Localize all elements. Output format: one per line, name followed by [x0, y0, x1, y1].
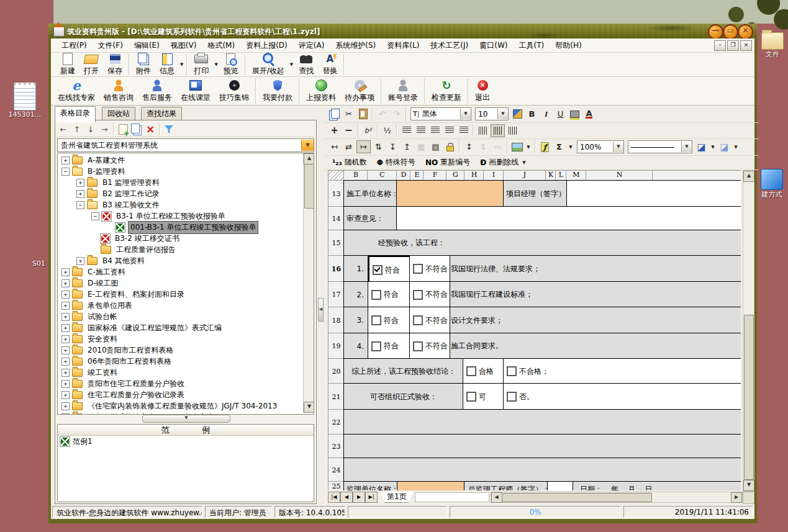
combobox-dropdown-icon[interactable]: ▼: [301, 140, 314, 151]
merge-right-icon[interactable]: ↦: [356, 140, 371, 153]
tree-toggle-icon[interactable]: +: [61, 268, 70, 276]
row-header-19[interactable]: 19: [328, 333, 345, 359]
nonconform-checkbox[interactable]: [413, 264, 423, 274]
underline-icon[interactable]: U: [554, 108, 567, 120]
tree-toggle-icon[interactable]: +: [61, 302, 70, 310]
tree-item-13[interactable]: +承包单位用表: [61, 300, 134, 311]
cell-project-manager-label[interactable]: 项目经理（签字）：: [503, 180, 568, 207]
forward-icon[interactable]: →: [97, 123, 111, 135]
align-center-icon[interactable]: [428, 125, 442, 137]
row-header-15[interactable]: 15: [328, 230, 345, 256]
split-columns-icon[interactable]: ⇅: [372, 141, 385, 153]
dropdown-icon[interactable]: ▼: [681, 142, 692, 152]
tree-item-21[interactable]: +住宅工程质量分户验收记录表: [61, 389, 186, 400]
toolbar-button-5[interactable]: 信息: [155, 52, 179, 77]
toolbar-button-4[interactable]: 附件: [132, 52, 155, 77]
lock-icon[interactable]: [443, 141, 456, 153]
row-empty-24[interactable]: [343, 458, 741, 482]
tree-toggle-icon[interactable]: +: [61, 346, 70, 354]
desktop-icon-label-s01[interactable]: S01: [32, 259, 45, 268]
plus-icon[interactable]: +: [328, 125, 341, 137]
next-sheet-icon[interactable]: ▶: [353, 492, 365, 503]
dd-icon[interactable]: ▼: [567, 141, 574, 153]
tree-item-3[interactable]: +B2 监理工作记录: [76, 188, 161, 199]
tree-item-9[interactable]: +B4 其他资料: [76, 255, 147, 266]
row-supervision-unit[interactable]: 监理单位名称：总监理工程师（签字）：日期：年 月 日: [343, 481, 741, 490]
paste-icon[interactable]: [356, 108, 369, 120]
first-sheet-icon[interactable]: |◀: [328, 492, 340, 503]
qualified-checkbox[interactable]: [466, 366, 476, 376]
down-icon[interactable]: ↓: [84, 123, 97, 135]
insert-image-icon[interactable]: [510, 141, 523, 153]
tree-toggle-icon[interactable]: +: [61, 324, 70, 332]
scroll-down-icon[interactable]: ▼: [304, 402, 314, 413]
tree-item-6[interactable]: 001-B3-1 单位工程竣工预验收报验单: [106, 222, 258, 233]
menu-item-10[interactable]: 窗口(W): [474, 38, 513, 53]
fmt-button-renumber[interactable]: NO重新编号: [425, 157, 470, 168]
tree-item-10[interactable]: +C-施工资料: [61, 266, 127, 277]
cut-icon[interactable]: ✂: [342, 108, 355, 120]
row-header-17[interactable]: 17: [328, 281, 345, 308]
cell-option-conform-1[interactable]: 符合: [368, 255, 413, 285]
tree-toggle-icon[interactable]: +: [61, 156, 70, 165]
row-empty-22[interactable]: [343, 409, 741, 435]
tree-toggle-icon[interactable]: −: [76, 201, 84, 209]
dropdown-icon[interactable]: ▼: [290, 62, 293, 67]
desktop-icon-text-file[interactable]: 145301...: [6, 83, 43, 119]
cell-review-opinion-label[interactable]: 审查意见：: [343, 206, 397, 231]
tree-item-7[interactable]: B3-2 竣工移交证书: [91, 233, 181, 244]
row-header-21[interactable]: 21: [328, 383, 345, 410]
nonconform-checkbox[interactable]: [413, 315, 423, 325]
tree-item-4[interactable]: −B3 竣工验收文件: [76, 199, 161, 210]
dropdown-icon[interactable]: ▼: [180, 62, 183, 67]
fmt-button-special-symbol[interactable]: Φ特殊符号: [377, 157, 415, 168]
dropdown-icon[interactable]: ▼: [497, 109, 508, 119]
menu-item-11[interactable]: 工具(T): [514, 38, 550, 53]
toolbar-button-9[interactable]: 待办事项: [340, 79, 379, 104]
cell-option-nonconform-3[interactable]: 不符合: [409, 307, 450, 334]
copy-icon[interactable]: [328, 108, 341, 120]
mdi-restore-button[interactable]: ❐: [727, 40, 739, 51]
toolbar-button-0[interactable]: 新建: [56, 52, 79, 77]
sheet-tab[interactable]: 第1页: [380, 492, 414, 503]
toolbar-button-10[interactable]: 展开/收起: [248, 52, 289, 77]
row-header-25[interactable]: 25: [328, 481, 345, 490]
grid-vertical-scrollbar[interactable]: ▲ ▼: [743, 170, 754, 492]
cell-option-unqualified[interactable]: 不合格；: [503, 358, 741, 384]
merge-columns-icon[interactable]: ↧: [386, 141, 399, 153]
cell-construction-unit-label[interactable]: 施工单位名称：: [343, 180, 397, 207]
cell-option-qualified[interactable]: 合格: [463, 358, 504, 384]
conform-checkbox[interactable]: [371, 290, 381, 300]
toolbar-button-8[interactable]: 预览: [219, 52, 243, 77]
tree-item-12[interactable]: +E-工程资料、档案封面和目录: [61, 289, 186, 300]
delete-icon[interactable]: ×: [143, 123, 157, 135]
row-header-14[interactable]: 14: [328, 206, 345, 231]
toolbar-button-1[interactable]: 销售咨询: [99, 79, 138, 104]
tree-toggle-icon[interactable]: −: [91, 212, 99, 220]
formula-icon[interactable]: ƒ: [538, 141, 551, 153]
menu-item-0[interactable]: 工程(P): [56, 38, 93, 53]
cell-option-nonconform-2[interactable]: 不符合: [409, 281, 450, 308]
new-form-icon[interactable]: [116, 123, 130, 135]
align-right-icon[interactable]: [443, 125, 456, 137]
up-icon[interactable]: ↑: [70, 123, 84, 135]
option-no-checkbox[interactable]: [507, 392, 517, 402]
filter-icon[interactable]: [162, 123, 176, 135]
font-color-icon[interactable]: A: [582, 108, 596, 120]
cell-chief-engineer-input[interactable]: [547, 482, 573, 490]
row-header-18[interactable]: 18: [328, 307, 345, 334]
cell-pre-acceptance-label[interactable]: 经预验收，该工程：: [343, 230, 741, 256]
row-header-13[interactable]: 13: [328, 180, 345, 207]
vertical-text-center-icon[interactable]: [491, 124, 505, 137]
row-empty-23[interactable]: [343, 434, 741, 459]
tree-item-2[interactable]: +B1 监理管理资料: [76, 177, 161, 188]
toolbar-button-15[interactable]: ✕退出: [471, 79, 494, 104]
menu-item-3[interactable]: 视图(V): [165, 38, 202, 53]
border-diagonal-up-icon[interactable]: ◪: [718, 141, 731, 153]
row-header-22[interactable]: 22: [328, 409, 345, 435]
border-diagonal-down-icon[interactable]: ◪: [695, 141, 708, 153]
toolbar-button-8[interactable]: 上报资料: [302, 79, 340, 104]
tree-item-17[interactable]: +2010贵阳市工程资料表格: [61, 345, 176, 356]
tree-item-16[interactable]: +安全资料: [61, 333, 119, 345]
menu-item-2[interactable]: 编辑(E): [129, 38, 165, 53]
